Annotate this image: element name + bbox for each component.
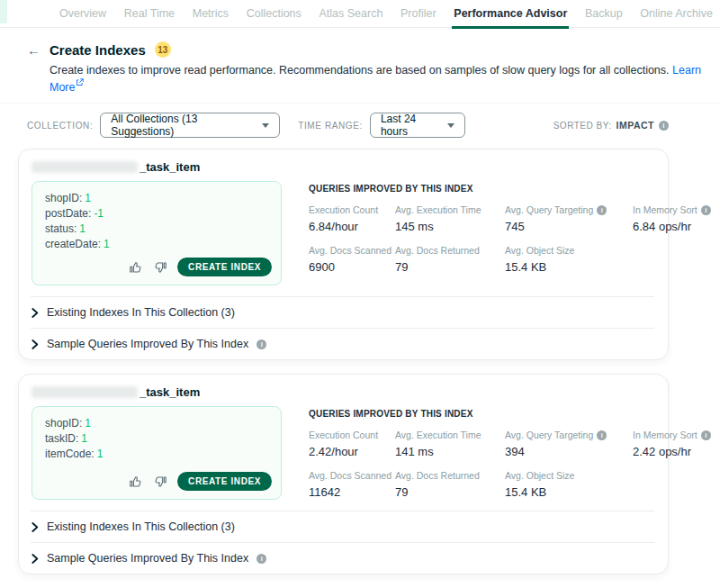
stat-avg-execution-time: Avg. Execution Time141 ms <box>395 430 498 458</box>
existing-indexes-toggle[interactable]: Existing Indexes In This Collection (3) <box>19 511 668 542</box>
info-icon[interactable] <box>256 339 266 349</box>
index-field: postDate:-1 <box>45 206 268 222</box>
description-text: Create indexes to improve read performan… <box>50 64 670 77</box>
collection-name-suffix: _task_item <box>140 385 200 399</box>
index-field: itemCode:1 <box>45 447 268 462</box>
create-index-button[interactable]: CREATE INDEX <box>177 258 272 276</box>
index-field: createDate:1 <box>45 237 268 252</box>
sorted-by-label: SORTED BY: <box>554 121 612 131</box>
thumbs-down-icon[interactable] <box>153 260 167 275</box>
index-key-box: shopID:1 postDate:-1 status:1 createDate… <box>32 181 282 285</box>
suggestion-count-badge: 13 <box>155 41 171 58</box>
sample-queries-toggle[interactable]: Sample Queries Improved By This Index <box>19 329 668 359</box>
tab-online-archive[interactable]: Online Archive <box>638 0 715 29</box>
stat-avg-execution-time: Avg. Execution Time145 ms <box>395 204 498 233</box>
create-index-button[interactable]: CREATE INDEX <box>177 472 272 491</box>
chevron-down-icon <box>262 123 269 128</box>
page-header: ← Create Indexes 13 Create indexes to im… <box>0 28 720 104</box>
tab-backup[interactable]: Backup <box>583 0 625 29</box>
collection-dropdown[interactable]: All Collections (13 Suggestions) <box>100 113 280 138</box>
info-icon[interactable] <box>701 205 711 215</box>
info-icon[interactable] <box>597 430 607 440</box>
stat-avg-docs-returned: Avg. Docs Returned79 <box>395 245 498 274</box>
info-icon[interactable] <box>597 205 607 215</box>
sorted-by-value: IMPACT <box>616 120 654 131</box>
stats-title: QUERIES IMPROVED BY THIS INDEX <box>309 184 711 194</box>
stat-in-memory-sort: In Memory Sort6.84 ops/hr <box>633 204 711 233</box>
thumbs-down-icon[interactable] <box>153 475 167 489</box>
info-icon[interactable] <box>256 554 266 564</box>
filter-controls: COLLECTION: All Collections (13 Suggesti… <box>27 113 669 138</box>
time-range-dropdown[interactable]: Last 24 hours <box>370 113 465 138</box>
index-field: status:1 <box>45 222 268 237</box>
external-link-icon <box>76 77 84 89</box>
collection-dropdown-value: All Collections (13 Suggestions) <box>111 113 255 138</box>
sorted-by: SORTED BY: IMPACT <box>554 120 669 131</box>
existing-indexes-toggle[interactable]: Existing Indexes In This Collection (3) <box>19 297 668 328</box>
tab-real-time[interactable]: Real Time <box>122 0 176 29</box>
thumbs-up-icon[interactable] <box>129 475 143 489</box>
time-range-label: TIME RANGE: <box>298 121 363 131</box>
stat-avg-docs-scanned: Avg. Docs Scanned11642 <box>309 470 388 499</box>
stat-execution-count: Execution Count6.84/hour <box>309 204 388 233</box>
tab-atlas-search[interactable]: Atlas Search <box>317 0 384 29</box>
index-field: taskID:1 <box>45 431 268 447</box>
query-stats: QUERIES IMPROVED BY THIS INDEX Execution… <box>309 181 711 285</box>
chevron-right-icon <box>32 308 39 318</box>
stats-title: QUERIES IMPROVED BY THIS INDEX <box>309 409 711 419</box>
chevron-right-icon <box>32 339 39 349</box>
page-title: Create Indexes <box>50 42 146 58</box>
collection-name-suffix: _task_item <box>140 160 200 174</box>
time-range-dropdown-value: Last 24 hours <box>381 113 440 138</box>
stat-avg-docs-scanned: Avg. Docs Scanned6900 <box>309 245 388 274</box>
thumbs-up-icon[interactable] <box>129 260 143 275</box>
index-suggestion-card: _task_item shopID:1 postDate:-1 status:1… <box>18 149 669 360</box>
tab-profiler[interactable]: Profiler <box>399 0 438 29</box>
sample-queries-toggle[interactable]: Sample Queries Improved By This Index <box>19 543 668 574</box>
query-stats: QUERIES IMPROVED BY THIS INDEX Execution… <box>309 406 711 500</box>
stat-avg-query-targeting: Avg. Query Targeting745 <box>505 204 626 233</box>
index-suggestion-card: _task_item shopID:1 taskID:1 itemCode:1 … <box>18 374 669 574</box>
index-field: shopID:1 <box>45 416 268 431</box>
stat-avg-object-size: Avg. Object Size15.4 KB <box>505 470 626 499</box>
collection-label: COLLECTION: <box>27 121 93 131</box>
stat-avg-object-size: Avg. Object Size15.4 KB <box>505 245 626 274</box>
chevron-down-icon <box>447 123 454 128</box>
index-field: shopID:1 <box>45 191 268 206</box>
index-key-box: shopID:1 taskID:1 itemCode:1 CREATE INDE… <box>32 406 282 500</box>
collection-name: _task_item <box>32 385 655 399</box>
info-icon[interactable] <box>659 121 669 131</box>
tab-metrics[interactable]: Metrics <box>191 0 230 29</box>
left-edge-artifact <box>0 0 7 23</box>
suggestion-cards: _task_item shopID:1 postDate:-1 status:1… <box>18 149 669 588</box>
tab-performance-advisor[interactable]: Performance Advisor <box>452 0 569 29</box>
chevron-right-icon <box>32 522 39 532</box>
tab-collections[interactable]: Collections <box>245 0 303 29</box>
stat-avg-docs-returned: Avg. Docs Returned79 <box>395 470 498 499</box>
chevron-right-icon <box>32 554 39 564</box>
info-icon[interactable] <box>701 430 711 440</box>
redacted-collection-name <box>32 386 138 398</box>
back-arrow-icon[interactable]: ← <box>27 43 40 57</box>
redacted-collection-name <box>32 161 138 173</box>
stat-execution-count: Execution Count2.42/hour <box>309 430 388 458</box>
tab-overview[interactable]: Overview <box>58 0 108 29</box>
stat-avg-query-targeting: Avg. Query Targeting394 <box>505 430 626 458</box>
collection-name: _task_item <box>32 160 655 174</box>
stat-in-memory-sort: In Memory Sort2.42 ops/hr <box>633 430 711 458</box>
page-description: Create indexes to improve read performan… <box>50 64 720 94</box>
cluster-tab-bar: Overview Real Time Metrics Collections A… <box>0 0 720 28</box>
